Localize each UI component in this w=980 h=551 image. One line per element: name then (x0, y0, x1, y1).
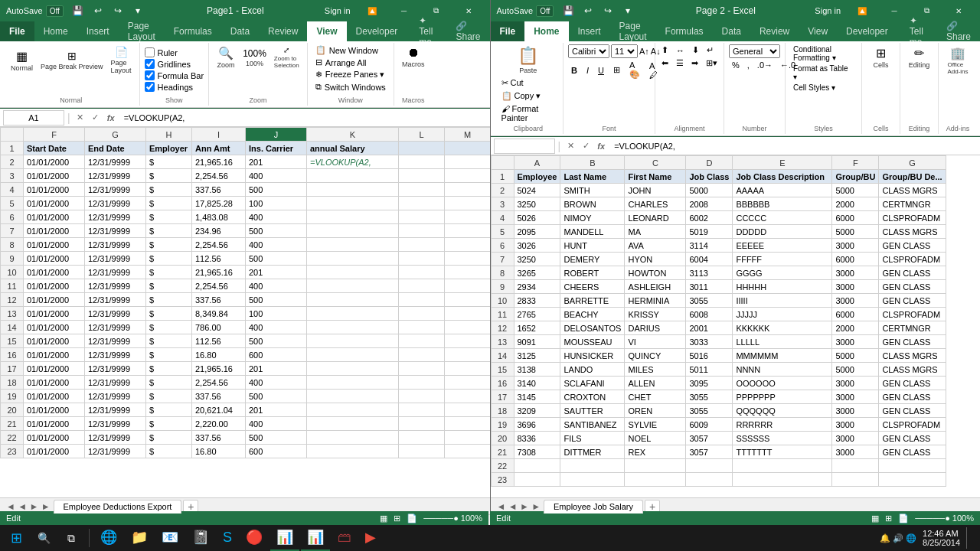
align-top-btn[interactable]: ⬆ (658, 44, 671, 56)
cell-left-6-6[interactable] (307, 210, 399, 224)
cell-D1[interactable]: Job Class (686, 170, 733, 184)
cell-left-18-4[interactable]: 2,254.56 (192, 376, 246, 390)
cell-left-23-1[interactable]: 01/01/2000 (24, 445, 85, 458)
cell-left-5-5[interactable]: 100 (246, 197, 307, 210)
view-normal-status-r[interactable]: ▦ (871, 514, 879, 523)
cell-left-19-3[interactable]: $ (146, 390, 192, 403)
cell-right-17-5[interactable]: PPPPPPP (733, 390, 832, 404)
cell-left-15-4[interactable]: 112.56 (192, 334, 246, 348)
cell-left-6-3[interactable]: $ (146, 210, 192, 224)
row-num-left-8[interactable]: 8 (1, 238, 24, 252)
cell-right-9-3[interactable]: ASHLEIGH (625, 280, 686, 294)
cell-right-22-1[interactable] (514, 459, 560, 473)
start-btn[interactable]: ⊞ (3, 525, 29, 551)
cell-right-11-2[interactable]: BEACHY (560, 308, 625, 321)
cell-left-14-2[interactable]: 12/31/9999 (85, 321, 146, 334)
cell-right-15-1[interactable]: 3138 (514, 363, 560, 377)
cell-right-20-7[interactable]: GEN CLASS (879, 432, 946, 445)
cell-left-16-8[interactable] (445, 348, 490, 362)
cell-left-10-7[interactable] (399, 266, 445, 279)
cell-A1[interactable]: Employee (514, 170, 560, 184)
grid-right[interactable]: A B C D E F G 1 Employee Last Name First… (491, 155, 981, 497)
tab-insert-left[interactable]: Insert (77, 21, 119, 41)
cell-right-18-7[interactable]: GEN CLASS (879, 404, 946, 418)
align-center-btn[interactable]: ☰ (673, 57, 687, 69)
cell-left-7-2[interactable]: 12/31/9999 (85, 224, 146, 238)
cell-right-21-1[interactable]: 7308 (514, 445, 560, 459)
cell-left-20-8[interactable] (445, 403, 490, 417)
show-gridlines-check[interactable]: Gridlines (145, 59, 204, 69)
tab-review-left[interactable]: Review (259, 21, 307, 41)
cell-left-18-5[interactable]: 400 (246, 376, 307, 390)
cell-right-7-3[interactable]: HYON (625, 253, 686, 266)
cell-right-2-6[interactable]: 5000 (832, 184, 879, 197)
row-num-left-4[interactable]: 4 (1, 183, 24, 197)
cell-right-14-6[interactable]: 5000 (832, 349, 879, 363)
cell-left-14-4[interactable]: 786.00 (192, 321, 246, 334)
cancel-formula-btn-left[interactable]: ✕ (74, 111, 87, 125)
cell-left-11-3[interactable]: $ (146, 279, 192, 293)
row-num-left-12[interactable]: 12 (1, 293, 24, 307)
tab-home-right[interactable]: Home (524, 21, 568, 41)
cell-right-10-7[interactable]: GEN CLASS (879, 294, 946, 308)
row-num-right-21[interactable]: 21 (491, 445, 514, 459)
cell-right-5-6[interactable]: 5000 (832, 225, 879, 239)
cell-left-8-4[interactable]: 2,254.56 (192, 238, 246, 252)
cell-left-18-3[interactable]: $ (146, 376, 192, 390)
cell-right-18-1[interactable]: 3209 (514, 404, 560, 418)
cell-left-23-4[interactable]: 16.80 (192, 445, 246, 458)
row-num-left-21[interactable]: 21 (1, 417, 24, 431)
show-formulabar-check[interactable]: Formula Bar (145, 70, 204, 80)
cell-right-8-3[interactable]: HOWTON (625, 266, 686, 280)
cell-left-16-6[interactable] (307, 348, 399, 362)
cell-right-10-1[interactable]: 2833 (514, 294, 560, 308)
cell-left-23-5[interactable]: 600 (246, 445, 307, 458)
cell-left-8-8[interactable] (445, 238, 490, 252)
undo-btn-left[interactable]: ↩ (90, 2, 106, 19)
cell-left-20-1[interactable]: 01/01/2000 (24, 403, 85, 417)
cell-right-9-1[interactable]: 2934 (514, 280, 560, 294)
row-num-left-9[interactable]: 9 (1, 252, 24, 266)
view-pagebreak-status[interactable]: ⊞ (394, 514, 400, 523)
cell-right-21-3[interactable]: REX (625, 445, 686, 459)
col-header-A[interactable]: A (514, 156, 560, 170)
cell-right-22-2[interactable] (560, 459, 625, 473)
merge-btn[interactable]: ⊞▾ (703, 57, 720, 69)
cell-left-12-1[interactable]: 01/01/2000 (24, 293, 85, 307)
row-num-left-7[interactable]: 7 (1, 224, 24, 238)
cell-right-22-5[interactable] (733, 459, 832, 473)
cell-left-15-5[interactable]: 500 (246, 334, 307, 348)
cell-left-19-2[interactable]: 12/31/9999 (85, 390, 146, 403)
align-middle-btn[interactable]: ↔ (673, 44, 688, 56)
cell-left-10-3[interactable]: $ (146, 266, 192, 279)
cell-left-10-2[interactable]: 12/31/9999 (85, 266, 146, 279)
cell-left-20-6[interactable] (307, 403, 399, 417)
cell-left-4-6[interactable] (307, 183, 399, 197)
cell-left-23-7[interactable] (399, 445, 445, 458)
macros-btn[interactable]: ⏺ Macros (399, 44, 428, 70)
cell-B1[interactable]: Last Name (560, 170, 625, 184)
switch-windows-btn[interactable]: ⧉ Switch Windows (312, 81, 389, 93)
row-num-left-20[interactable]: 20 (1, 403, 24, 417)
row-num-right-20[interactable]: 20 (491, 432, 514, 445)
cell-left-17-5[interactable]: 201 (246, 362, 307, 376)
row-num-left-16[interactable]: 16 (1, 348, 24, 362)
cell-right-7-1[interactable]: 3250 (514, 253, 560, 266)
tab-formulas-left[interactable]: Formulas (165, 21, 221, 41)
cell-left-20-4[interactable]: 20,621.04 (192, 403, 246, 417)
cell-left-12-3[interactable]: $ (146, 293, 192, 307)
sign-in-right[interactable]: Sign in (815, 6, 841, 15)
cell-right-15-6[interactable]: 5000 (832, 363, 879, 377)
cell-right-10-5[interactable]: IIIII (733, 294, 832, 308)
taskbar-media[interactable]: ▶ (359, 525, 382, 551)
cell-right-20-5[interactable]: SSSSSS (733, 432, 832, 445)
col-header-D[interactable]: D (686, 156, 733, 170)
cell-right-19-5[interactable]: RRRRRR (733, 418, 832, 432)
cell-right-11-4[interactable]: 6008 (686, 308, 733, 321)
new-window-btn[interactable]: 📋 New Window (312, 44, 389, 56)
cell-right-6-1[interactable]: 3026 (514, 239, 560, 253)
cell-right-14-5[interactable]: MMMMMM (733, 349, 832, 363)
cell-left-3-7[interactable] (399, 169, 445, 183)
row-num-left-3[interactable]: 3 (1, 169, 24, 183)
row-num-left-11[interactable]: 11 (1, 279, 24, 293)
